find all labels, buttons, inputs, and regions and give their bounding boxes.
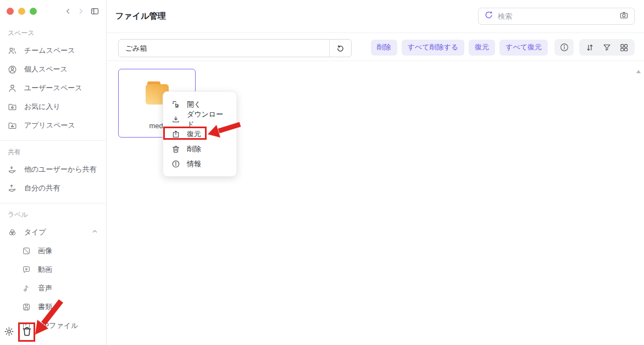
info-button[interactable] (554, 39, 574, 56)
context-menu-item-download[interactable]: ダウンロード (163, 112, 236, 127)
window-controls-bar (0, 0, 106, 22)
sidebar-item-team-space[interactable]: チームスペース (0, 41, 106, 60)
search-icon (484, 10, 493, 22)
section-label-spaces: スペース (0, 22, 106, 41)
type-venn-icon (8, 228, 17, 237)
context-menu-item-info[interactable]: 情報 (163, 156, 236, 171)
favorites-folder-icon (8, 102, 17, 112)
zoom-window-button[interactable] (30, 8, 37, 15)
sidebar-item-user-space[interactable]: ユーザースペース (0, 79, 106, 97)
sidebar-item-favorites[interactable]: お気に入り (0, 97, 106, 116)
close-window-button[interactable] (7, 8, 14, 15)
sidebar-item-app-space[interactable]: アプリスペース (0, 116, 106, 135)
sidebar: スペース チームスペース 個人スペース ユーザースペース お気に入り アプリスペ… (0, 0, 107, 345)
sidebar-item-shared-from-others[interactable]: 他のユーザーから共有 (0, 160, 106, 179)
user-icon (8, 84, 17, 93)
settings-gear-icon[interactable] (4, 326, 14, 339)
toolbar-actions: 削除 すべて削除する 復元 すべて復元 (371, 39, 635, 56)
section-label-share: 共有 (0, 141, 106, 160)
sort-icon[interactable] (585, 43, 595, 52)
page-title: ファイル管理 (115, 11, 165, 21)
filter-icon[interactable] (602, 43, 612, 52)
sidebar-item-label: 書類 (38, 302, 52, 312)
sidebar-item-label: チームスペース (24, 46, 75, 56)
cursor-click-icon (171, 100, 180, 109)
sidebar-item-label: 動画 (38, 265, 52, 275)
trash-icon (171, 145, 180, 154)
search-input[interactable] (498, 12, 615, 20)
current-folder-input[interactable] (119, 40, 329, 57)
restore-icon (171, 130, 180, 139)
app-folder-icon (8, 121, 17, 130)
window-nav (64, 7, 99, 16)
main-header: ファイル管理 (107, 0, 644, 33)
refresh-icon[interactable] (329, 40, 351, 57)
sidebar-item-documents[interactable]: 書類 (0, 298, 106, 316)
delete-button[interactable]: 削除 (371, 40, 397, 56)
grid-view-icon[interactable] (619, 43, 629, 52)
sidebar-item-label: 音声 (38, 283, 52, 293)
sidebar-item-images[interactable]: 画像 (0, 242, 106, 260)
video-icon (22, 265, 31, 274)
restore-all-button[interactable]: すべて復元 (499, 40, 548, 56)
context-menu-label: 開く (187, 100, 201, 109)
context-menu-label: 削除 (187, 144, 201, 154)
sidebar-item-label: お気に入り (24, 102, 60, 112)
context-menu-label: 情報 (187, 159, 201, 169)
image-icon (22, 247, 31, 255)
delete-all-button[interactable]: すべて削除する (402, 40, 465, 56)
personal-icon (8, 65, 17, 74)
restore-button[interactable]: 復元 (469, 40, 495, 56)
audio-icon (22, 284, 31, 293)
search-box[interactable] (478, 8, 635, 25)
path-bar (118, 39, 352, 57)
context-menu-label: ダウンロード (187, 109, 228, 129)
chevron-up-icon[interactable] (91, 228, 98, 237)
download-icon (171, 115, 180, 124)
scrollbar-up-arrow[interactable] (636, 70, 641, 73)
shared-from-others-icon (8, 165, 17, 174)
sidebar-item-audio[interactable]: 音声 (0, 279, 106, 298)
back-icon[interactable] (64, 7, 72, 15)
minimize-window-button[interactable] (18, 8, 25, 15)
sidebar-item-label: 他のユーザーから共有 (24, 165, 97, 174)
sidebar-item-label: ユーザースペース (24, 83, 82, 93)
file-manager-window: スペース チームスペース 個人スペース ユーザースペース お気に入り アプリスペ… (0, 0, 644, 345)
document-icon (22, 303, 31, 311)
info-icon (171, 160, 180, 168)
sidebar-item-label: 自分の共有 (24, 183, 60, 193)
sidebar-item-my-share[interactable]: 自分の共有 (0, 179, 106, 198)
sidebar-item-videos[interactable]: 動画 (0, 260, 106, 279)
sidebar-item-label: 個人スペース (24, 64, 68, 74)
sidebar-item-label: タイプ (24, 227, 46, 237)
sidebar-item-personal-space[interactable]: 個人スペース (0, 60, 106, 79)
forward-icon[interactable] (77, 7, 85, 15)
sidebar-toggle-icon[interactable] (90, 7, 99, 16)
context-menu-item-delete[interactable]: 削除 (163, 141, 236, 156)
sidebar-item-type[interactable]: タイプ (0, 223, 106, 242)
my-share-icon (8, 184, 17, 193)
toolbar: 削除 すべて削除する 復元 すべて復元 (107, 33, 644, 61)
info-icon (559, 42, 569, 52)
camera-icon[interactable] (619, 10, 629, 22)
section-label-labels: ラベル (0, 204, 106, 223)
traffic-lights (7, 8, 37, 15)
team-icon (8, 46, 17, 56)
sidebar-item-label: 画像 (38, 246, 52, 256)
context-menu: 開く ダウンロード 復元 削除 情報 (163, 91, 237, 177)
view-tools-group (579, 39, 635, 56)
trash-icon[interactable] (21, 326, 32, 339)
sidebar-item-label: アプリスペース (24, 121, 75, 130)
context-menu-label: 復元 (187, 129, 201, 139)
sidebar-footer (0, 321, 107, 342)
